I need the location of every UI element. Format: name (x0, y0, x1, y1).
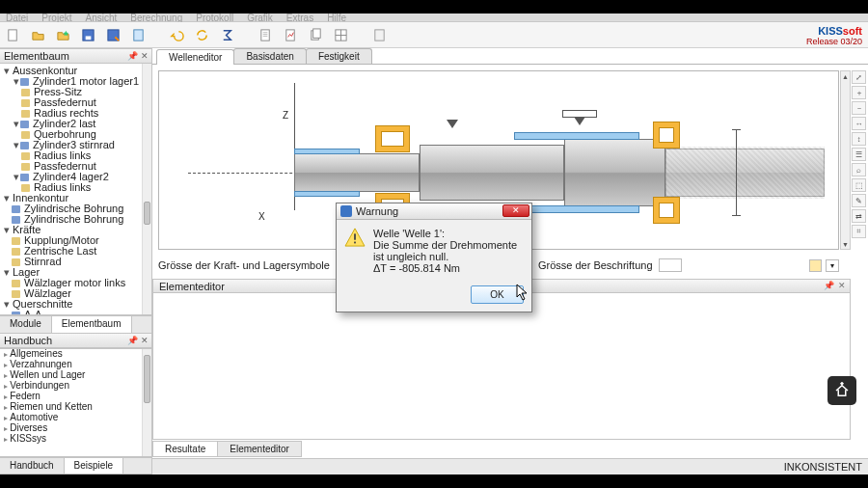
svg-rect-5 (260, 29, 268, 40)
doc-icon[interactable] (370, 26, 388, 43)
dialog-message: Welle 'Welle 1': Die Summe der Drehmomen… (373, 228, 524, 274)
dialog-close-button[interactable]: ✕ (502, 204, 529, 217)
zoom-out-icon[interactable]: － (852, 101, 866, 115)
tab-basisdaten[interactable]: Basisdaten (233, 48, 306, 64)
tab-module[interactable]: Module (0, 316, 52, 333)
handbuch-title: Handbuch 📌 ✕ (0, 333, 152, 348)
calc-icon[interactable] (129, 26, 147, 43)
elementeditor-body (152, 293, 851, 440)
release-label: Release 03/20 (806, 37, 862, 46)
tool-icon[interactable]: ⬚ (852, 178, 866, 192)
pin-icon[interactable]: 📌 (127, 51, 138, 61)
tree-scrollbar[interactable] (142, 64, 151, 314)
toolbar: KISSsoft Release 03/20 (0, 22, 868, 48)
zoom-fit-icon[interactable]: ⤢ (852, 70, 866, 84)
handbuch-tabs: Handbuch Beispiele (0, 457, 152, 474)
report-icon[interactable] (257, 26, 274, 43)
handbuch-list[interactable]: Allgemeines Verzahnungen Wellen und Lage… (0, 349, 151, 445)
pin-icon[interactable]: 📌 (824, 281, 834, 290)
bearing-icon (653, 122, 680, 149)
copy-icon[interactable] (307, 26, 324, 43)
chevron-down-icon[interactable]: ▾ (826, 259, 839, 272)
symbol-size-label: Grösse der Kraft- und Lagersymbole (158, 259, 330, 271)
handbuch-scrollbar[interactable] (142, 349, 151, 456)
menu-protokoll[interactable]: Protokoll (196, 13, 233, 23)
menu-berechnung[interactable]: Berechnung (130, 13, 182, 23)
status-bar: INKONSISTENT (152, 458, 868, 474)
tool-icon[interactable]: ⇄ (852, 209, 866, 223)
svg-rect-12 (354, 242, 356, 244)
tab-welleneditor[interactable]: Welleneditor (156, 49, 234, 65)
close-icon[interactable]: ✕ (141, 51, 149, 61)
grid-icon[interactable] (332, 26, 349, 43)
tab-elementeditor[interactable]: Elementeditor (217, 441, 302, 457)
tool-icon[interactable]: ↕ (852, 132, 866, 146)
sigma-icon[interactable] (218, 26, 235, 43)
warning-dialog: Warnung ✕ Welle 'Welle 1': Die Summe der… (336, 203, 532, 312)
tab-festigkeit[interactable]: Festigkeit (306, 48, 372, 64)
favorite-icon[interactable] (54, 26, 71, 43)
dialog-icon (340, 205, 352, 217)
tool-icon[interactable]: ✎ (852, 194, 866, 207)
chart-icon[interactable] (282, 26, 299, 43)
text-size-input[interactable] (659, 258, 682, 272)
view-tools: ⤢ ＋ － ↔ ↕ ☰ ⌕ ⬚ ✎ ⇄ ⌗ (852, 70, 868, 238)
tab-beispiele[interactable]: Beispiele (65, 458, 124, 474)
svg-rect-10 (374, 29, 383, 40)
canvas-scrollbar[interactable]: ▲▼ (840, 70, 851, 250)
tool-icon[interactable]: ⌕ (852, 163, 866, 176)
tab-elementbaum[interactable]: Elementbaum (52, 316, 132, 333)
tab-resultate[interactable]: Resultate (152, 441, 218, 457)
element-tree[interactable]: ▾Aussenkontur ▾Zylinder1 motor lager1 Pr… (0, 64, 152, 315)
refresh-icon[interactable] (193, 26, 210, 43)
close-icon[interactable]: ✕ (838, 281, 846, 290)
dialog-title: Warnung (356, 205, 398, 217)
brand-logo: KISSsoft (818, 21, 862, 38)
elementbaum-title: Elementbaum 📌 ✕ (0, 48, 152, 64)
tab-handbuch[interactable]: Handbuch (0, 458, 65, 474)
menu-grafik[interactable]: Grafik (247, 13, 273, 23)
new-icon[interactable] (4, 26, 21, 43)
warning-icon (344, 228, 366, 247)
axis-x-label: X (258, 211, 265, 222)
module-tabs: Module Elementbaum (0, 315, 152, 333)
main-tabs: Welleneditor Basisdaten Festigkeit (152, 48, 868, 65)
menu-hilfe[interactable]: Hilfe (327, 13, 346, 23)
svg-rect-2 (85, 36, 91, 40)
tool-icon[interactable]: ☰ (852, 148, 866, 161)
axis-z-label: Z (283, 110, 288, 121)
svg-rect-11 (354, 233, 356, 239)
svg-rect-0 (8, 29, 15, 40)
tool-icon[interactable]: ⌗ (852, 225, 866, 238)
close-icon[interactable]: ✕ (141, 336, 149, 345)
status-text: INKONSISTENT (784, 461, 862, 473)
menu-ansicht[interactable]: Ansicht (85, 13, 117, 23)
menu-projekt[interactable]: Projekt (41, 13, 71, 23)
svg-rect-8 (312, 28, 320, 37)
text-size-label: Grösse der Beschriftung (538, 259, 653, 271)
svg-rect-4 (133, 29, 142, 40)
tool-icon[interactable]: ↔ (852, 117, 866, 130)
bearing-icon (375, 125, 410, 152)
open-icon[interactable] (29, 26, 46, 43)
home-button[interactable] (827, 376, 856, 405)
bearing-icon (653, 197, 680, 224)
handbuch-panel: Allgemeines Verzahnungen Wellen und Lage… (0, 348, 152, 457)
pin-icon[interactable]: 📌 (127, 336, 138, 345)
result-tabs: Resultate Elementeditor (152, 441, 301, 457)
ok-button[interactable]: OK (471, 285, 524, 304)
zoom-in-icon[interactable]: ＋ (852, 86, 866, 99)
saveas-icon[interactable] (104, 26, 122, 43)
undo-icon[interactable] (168, 26, 185, 43)
menu-extras[interactable]: Extras (286, 13, 313, 23)
menu-bar: Datei Projekt Ansicht Berechnung Protoko… (0, 14, 868, 22)
menu-datei[interactable]: Datei (6, 13, 28, 23)
save-icon[interactable] (79, 26, 96, 43)
color-swatch[interactable] (809, 259, 822, 272)
hb-item: KISSsys (0, 434, 151, 445)
